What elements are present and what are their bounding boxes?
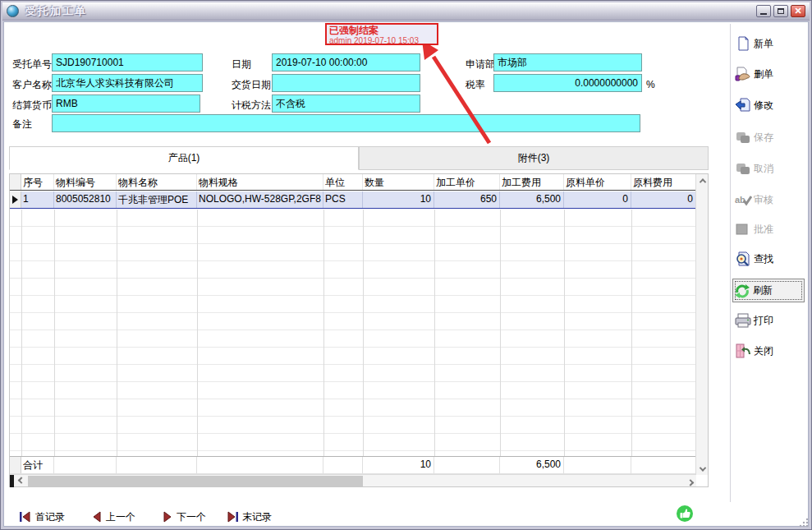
window-title: 受托加工单 [25, 4, 87, 19]
cell-seq: 1 [21, 191, 54, 208]
delete-hand-icon [734, 66, 752, 82]
minimize-icon [760, 13, 767, 15]
title-bar[interactable]: 受托加工单 ✕ [2, 2, 810, 21]
tax-method-label: 计税方法 [232, 99, 271, 113]
modify-button[interactable]: 修改 [734, 95, 805, 115]
grid-splitter-handle[interactable] [10, 475, 14, 487]
grid-total-row: 合计 10 6,500 [10, 456, 696, 474]
cancel-button[interactable]: 取消 [734, 159, 805, 178]
status-ok-thumbsup-icon [676, 505, 694, 523]
close-form-button[interactable]: 关闭 [734, 341, 805, 361]
sidebar-divider [730, 24, 731, 502]
col-header-item-spec[interactable]: 物料规格 [197, 174, 323, 190]
close-icon: ✕ [794, 7, 801, 16]
tax-method-input[interactable] [272, 94, 420, 113]
vertical-scrollbar[interactable] [695, 174, 708, 475]
find-icon [734, 251, 752, 267]
dept-input[interactable] [493, 53, 642, 71]
chevron-up-icon [699, 178, 705, 185]
total-selector-cell [10, 457, 21, 473]
svg-text:ab: ab [735, 195, 745, 205]
grid-header-selector [10, 174, 21, 190]
resize-grip[interactable] [798, 517, 809, 528]
modify-icon [734, 97, 752, 113]
chevron-left-icon [17, 477, 24, 483]
currency-label: 结算货币 [12, 99, 52, 113]
customer-input[interactable] [52, 74, 203, 92]
find-button[interactable]: 查找 [734, 249, 805, 269]
date-input[interactable] [272, 53, 420, 71]
new-order-button[interactable]: 新单 [734, 34, 805, 53]
horizontal-scrollbar[interactable] [10, 474, 696, 486]
customer-label: 客户名称 [12, 78, 52, 92]
total-label: 合计 [21, 457, 54, 473]
col-header-seq[interactable]: 序号 [21, 174, 54, 190]
cell-item-spec: NOLOGO,HW-528GP,2GF8 [197, 191, 323, 208]
prev-record-button[interactable]: 上一个 [91, 509, 135, 525]
approve-button[interactable]: 批准 [734, 219, 805, 239]
last-record-icon [226, 511, 239, 523]
col-header-unit[interactable]: 单位 [323, 174, 363, 190]
save-button[interactable]: 保存 [734, 127, 805, 147]
grid-empty-area [10, 210, 696, 456]
scroll-up-button[interactable] [696, 174, 709, 187]
col-header-material-fee[interactable]: 原料费用 [631, 174, 696, 190]
maximize-button[interactable] [773, 5, 788, 17]
new-document-icon [734, 35, 752, 52]
chevron-right-icon [686, 479, 693, 486]
tax-rate-percent-suffix: % [646, 79, 655, 90]
col-header-proc-fee[interactable]: 加工费用 [500, 174, 564, 190]
cancel-icon-disabled [734, 160, 752, 177]
cell-unit: PCS [323, 191, 363, 208]
delivery-date-input[interactable] [272, 74, 420, 92]
approve-icon-disabled [734, 221, 752, 237]
tab-attachments[interactable]: 附件(3) [359, 146, 709, 170]
next-record-icon [162, 511, 173, 523]
tax-rate-label: 税率 [466, 78, 485, 92]
save-icon-disabled [734, 129, 752, 145]
scroll-left-button[interactable] [15, 475, 27, 487]
items-grid: 序号 物料编号 物料名称 物料规格 单位 数量 加工单价 加工费用 原料单价 原… [9, 173, 709, 487]
cell-item-code: 8005052810 [54, 191, 117, 208]
remark-input[interactable] [52, 114, 640, 132]
col-header-material-price[interactable]: 原料单价 [564, 174, 631, 190]
current-row-indicator-icon [12, 196, 18, 204]
tab-strip: 产品(1) 附件(3) [9, 146, 709, 170]
first-record-icon [19, 511, 32, 523]
consign-no-label: 受托单号 [12, 58, 52, 71]
row-selector-cell [10, 191, 21, 208]
next-record-button[interactable]: 下一个 [162, 509, 206, 525]
print-button[interactable]: 打印 [734, 311, 805, 330]
audit-button[interactable]: ab 审核 [734, 190, 805, 210]
horizontal-scroll-thumb[interactable] [28, 476, 363, 486]
cell-material-price: 0 [564, 191, 631, 208]
col-header-item-name[interactable]: 物料名称 [117, 174, 197, 190]
close-button[interactable]: ✕ [791, 5, 805, 17]
col-header-qty[interactable]: 数量 [363, 174, 434, 190]
refresh-button[interactable]: 刷新 [732, 279, 805, 302]
first-record-button[interactable]: 首记录 [19, 509, 65, 525]
cell-proc-fee: 6,500 [500, 191, 564, 208]
tab-products[interactable]: 产品(1) [9, 146, 359, 170]
cell-item-name: 千兆非管理POE [117, 191, 197, 208]
consign-no-input[interactable] [52, 53, 203, 71]
maximize-icon [778, 8, 784, 14]
prev-record-icon [91, 511, 103, 523]
currency-input[interactable] [52, 94, 200, 113]
last-record-button[interactable]: 末记录 [226, 509, 272, 525]
app-globe-icon [7, 5, 19, 17]
col-header-item-code[interactable]: 物料编号 [54, 174, 117, 190]
date-label: 日期 [232, 58, 251, 71]
total-qty: 10 [363, 457, 434, 473]
exit-door-icon [734, 343, 752, 359]
col-header-proc-price[interactable]: 加工单价 [434, 174, 500, 190]
refresh-icon [733, 283, 751, 299]
scroll-down-button[interactable] [696, 463, 709, 475]
minimize-button[interactable] [756, 5, 771, 17]
stamp-detail-text: admin 2019-07-10 15:03 [329, 36, 434, 45]
tax-rate-input[interactable] [493, 74, 642, 92]
stamp-status-text: 已强制结案 [329, 25, 434, 36]
delete-order-button[interactable]: 删单 [734, 64, 805, 84]
table-row-selected[interactable]: 1 8005052810 千兆非管理POE NOLOGO,HW-528GP,2G… [10, 191, 696, 209]
scroll-right-button[interactable] [684, 475, 696, 487]
